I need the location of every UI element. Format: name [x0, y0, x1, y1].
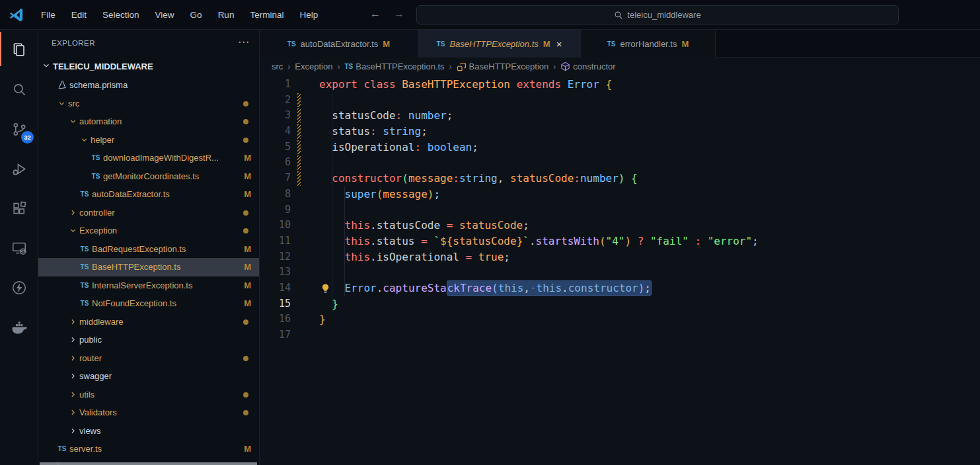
ts-icon: TS — [90, 173, 102, 180]
line-number[interactable]: 9 — [260, 202, 291, 218]
activitybar-docker-icon[interactable] — [0, 308, 38, 347]
code-line[interactable]: 12 this.isOperational = true; — [260, 249, 980, 265]
typescript-icon: TS — [607, 40, 616, 48]
line-number[interactable]: 1 — [260, 77, 291, 93]
tree-item-label: middleware — [79, 317, 123, 327]
command-center-search[interactable]: teleicu_middleware — [416, 5, 899, 24]
tree-item-getmonitorcoordinates-ts[interactable]: TSgetMonitorCoordinates.tsM — [38, 167, 259, 186]
code-token: startsWith — [536, 235, 599, 247]
tree-item-swagger[interactable]: swagger — [38, 367, 259, 386]
code-token: statusCode — [459, 219, 523, 232]
tree-item-basehttpexception-ts[interactable]: TSBaseHTTPException.tsM — [38, 258, 259, 276]
code-line[interactable]: 13 — [260, 265, 980, 280]
code-line[interactable]: 10 this.statusCode = statusCode; — [260, 218, 980, 233]
code-area[interactable]: 1export class BaseHTTPException extends … — [260, 75, 980, 465]
activitybar-source-control-icon[interactable]: 32 — [0, 109, 38, 149]
activitybar-thunder-client-icon[interactable] — [0, 268, 38, 308]
line-number[interactable]: 5 — [260, 140, 291, 155]
tree-item-middleware[interactable]: middleware — [38, 313, 259, 331]
menu-run[interactable]: Run — [210, 7, 243, 22]
activitybar-extensions-icon[interactable] — [0, 189, 38, 228]
tree-item-validators[interactable]: Validators — [38, 403, 259, 422]
line-number[interactable]: 11 — [260, 233, 291, 249]
code-line[interactable]: 11 this.status = `${statusCode}`.startsW… — [260, 233, 980, 249]
code-token: ; — [523, 219, 529, 232]
breadcrumb-basehttpexception-ts[interactable]: TSBaseHTTPException.ts — [344, 62, 444, 71]
menu-file[interactable]: File — [33, 7, 63, 22]
tree-item-server-ts[interactable]: TSserver.tsM — [38, 440, 259, 458]
line-number[interactable]: 12 — [260, 249, 291, 265]
menu-edit[interactable]: Edit — [63, 7, 94, 22]
activitybar-search-icon[interactable] — [0, 69, 38, 109]
breadcrumb-basehttpexception[interactable]: BaseHTTPException — [457, 62, 549, 71]
code-token: : — [574, 172, 580, 185]
explorer-more-actions-icon[interactable]: ⋯ — [238, 35, 250, 49]
line-number[interactable]: 13 — [260, 265, 291, 280]
code-line[interactable]: 3 statusCode: number; — [260, 108, 980, 124]
code-line[interactable]: 9 — [260, 202, 980, 218]
nav-forward-button[interactable]: → — [391, 8, 407, 20]
tree-item-helper[interactable]: helper — [38, 131, 259, 149]
code-line[interactable]: 1export class BaseHTTPException extends … — [260, 77, 980, 93]
tree-item-controller[interactable]: controller — [38, 204, 259, 222]
line-number[interactable]: 16 — [260, 312, 291, 327]
tree-item-notfoundexception-ts[interactable]: TSNotFoundException.tsM — [38, 294, 259, 313]
workspace-root-folder[interactable]: TELEICU_MIDDLEWARE — [38, 58, 259, 75]
tree-item-utils[interactable]: utils — [38, 386, 259, 404]
tree-item-automation[interactable]: automation — [38, 112, 259, 131]
line-number[interactable]: 14 — [260, 280, 291, 296]
breadcrumb-exception[interactable]: Exception — [295, 62, 332, 71]
menu-selection[interactable]: Selection — [94, 7, 147, 22]
activitybar-remote-explorer-icon[interactable] — [0, 228, 38, 268]
sidebar-horizontal-scrollbar[interactable] — [40, 462, 257, 465]
line-number[interactable]: 2 — [260, 93, 291, 108]
tab-close-icon[interactable]: × — [556, 38, 562, 50]
git-modified-gutter — [297, 155, 301, 170]
tree-item-internalserverexception-ts[interactable]: TSInternalServerException.tsM — [38, 276, 259, 295]
tree-item-src[interactable]: src — [38, 95, 259, 113]
editor-group: TSautoDataExtractor.tsMTSBaseHTTPExcepti… — [260, 30, 980, 465]
breadcrumb-constructor[interactable]: constructor — [560, 62, 615, 71]
code-line[interactable]: 8 super(message); — [260, 187, 980, 202]
code-line[interactable]: 7 constructor(message:string, statusCode… — [260, 171, 980, 187]
tree-item-badrequestexception-ts[interactable]: TSBadRequestException.tsM — [38, 240, 259, 259]
menu-view[interactable]: View — [147, 7, 182, 22]
code-token: ) — [428, 188, 434, 200]
line-number[interactable]: 17 — [260, 327, 291, 343]
code-line[interactable]: 4 status: string; — [260, 124, 980, 140]
tab-basehttpexception-ts[interactable]: TSBaseHTTPException.tsM× — [418, 30, 581, 58]
activitybar-explorer-icon[interactable] — [0, 30, 38, 69]
line-number[interactable]: 7 — [260, 171, 291, 187]
tree-item-exception[interactable]: Exception — [38, 222, 259, 240]
tree-item-downloadimagewithdigestr-[interactable]: TSdownloadImageWithDigestR...M — [38, 149, 259, 167]
breadcrumb-src[interactable]: src — [272, 62, 283, 71]
tab-errorhandler-ts[interactable]: TSerrorHandler.tsM — [581, 30, 716, 58]
tree-item-schema-prisma[interactable]: schema.prisma — [38, 76, 259, 95]
line-number[interactable]: 4 — [260, 124, 291, 140]
code-line[interactable]: 16} — [260, 312, 980, 327]
nav-back-button[interactable]: ← — [367, 8, 383, 20]
code-line[interactable]: 14 Error.captureStackTrace(this,·this.co… — [260, 280, 980, 296]
tab-autodataextractor-ts[interactable]: TSautoDataExtractor.tsM — [260, 30, 418, 58]
line-number[interactable]: 10 — [260, 218, 291, 233]
code-line[interactable]: 17 — [260, 327, 980, 343]
code-line[interactable]: 2 — [260, 93, 980, 108]
tree-item-router[interactable]: router — [38, 349, 259, 368]
menu-help[interactable]: Help — [291, 7, 326, 22]
code-line[interactable]: 15 } — [260, 296, 980, 312]
line-number[interactable]: 6 — [260, 155, 291, 171]
tree-item-public[interactable]: public — [38, 331, 259, 349]
menu-terminal[interactable]: Terminal — [242, 7, 291, 22]
line-number[interactable]: 15 — [260, 296, 291, 312]
code-line[interactable]: 6 — [260, 155, 980, 171]
line-number[interactable]: 8 — [260, 187, 291, 202]
code-token: "fail" — [650, 235, 689, 247]
code-token: ${ — [440, 235, 453, 247]
activitybar-run-and-debug-icon[interactable] — [0, 149, 38, 189]
line-number[interactable]: 3 — [260, 108, 291, 124]
tree-item-views[interactable]: views — [38, 422, 259, 441]
explorer-title: EXPLORER — [52, 39, 95, 47]
code-line[interactable]: 5 isOperational: boolean; — [260, 140, 980, 155]
menu-go[interactable]: Go — [182, 7, 210, 22]
tree-item-autodataextractor-ts[interactable]: TSautoDataExtractor.tsM — [38, 185, 259, 204]
